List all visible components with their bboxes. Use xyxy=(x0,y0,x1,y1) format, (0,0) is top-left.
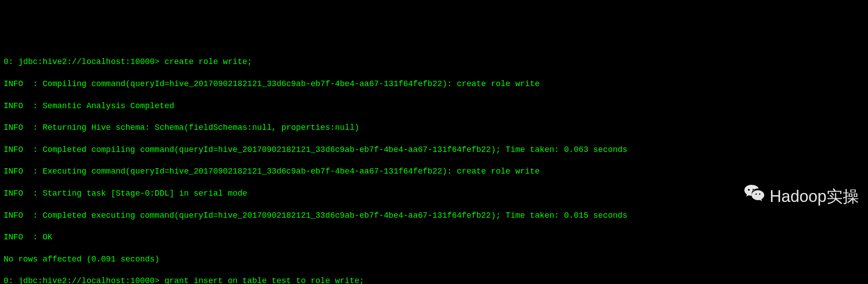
terminal-line: INFO : Starting task [Stage-0:DDL] in se… xyxy=(4,188,864,199)
terminal-line: No rows affected (0.091 seconds) xyxy=(4,254,864,265)
terminal-output[interactable]: 0: jdbc:hive2://localhost:10000> create … xyxy=(4,46,864,284)
terminal-line: INFO : OK xyxy=(4,232,864,243)
terminal-line: INFO : Semantic Analysis Completed xyxy=(4,101,864,111)
terminal-line: INFO : Returning Hive schema: Schema(fie… xyxy=(4,122,864,133)
terminal-line: 0: jdbc:hive2://localhost:10000> create … xyxy=(4,56,864,67)
terminal-line: INFO : Executing command(queryId=hive_20… xyxy=(4,166,864,177)
terminal-line: 0: jdbc:hive2://localhost:10000> grant i… xyxy=(4,275,864,284)
terminal-line: INFO : Compiling command(queryId=hive_20… xyxy=(4,78,864,89)
terminal-line: INFO : Completed compiling command(query… xyxy=(4,144,864,155)
terminal-line: INFO : Completed executing command(query… xyxy=(4,210,864,221)
